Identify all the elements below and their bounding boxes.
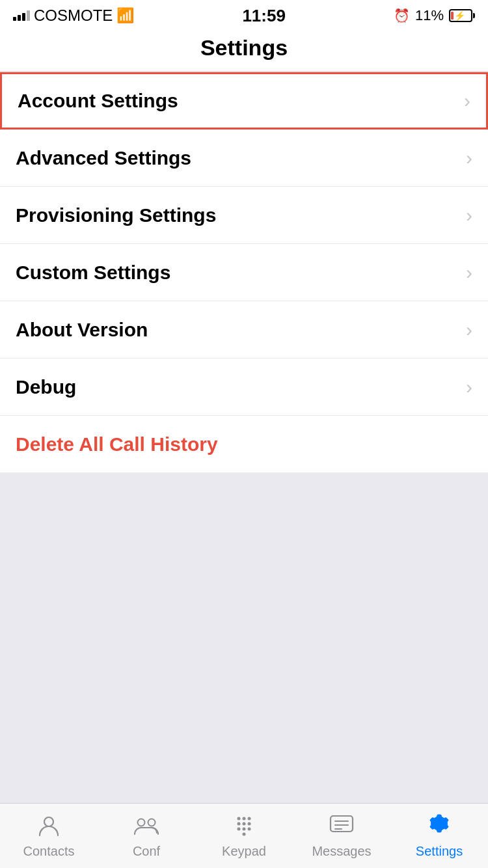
conf-tab-label: Conf	[133, 844, 160, 859]
svg-point-1	[138, 819, 145, 826]
about-version-label: About Version	[16, 319, 148, 341]
svg-point-2	[148, 819, 156, 826]
svg-point-8	[248, 822, 251, 826]
tab-messages[interactable]: Messages	[293, 809, 390, 859]
svg-point-9	[237, 828, 241, 831]
page-title-bar: Settings	[0, 29, 488, 72]
custom-settings-label: Custom Settings	[16, 262, 170, 284]
carrier-label: COSMOTE	[34, 7, 113, 25]
menu-item-debug[interactable]: Debug ›	[0, 359, 488, 416]
conf-icon	[130, 809, 163, 841]
tab-contacts[interactable]: Contacts	[0, 809, 98, 859]
svg-point-5	[248, 817, 251, 821]
alarm-icon: ⏰	[394, 8, 410, 23]
svg-point-6	[237, 822, 241, 826]
menu-item-provisioning-settings[interactable]: Provisioning Settings ›	[0, 187, 488, 244]
gray-background-area	[0, 473, 488, 803]
keypad-icon	[228, 809, 260, 841]
contacts-icon	[33, 809, 65, 841]
signal-bars-icon	[13, 10, 30, 21]
wifi-icon: 📶	[116, 7, 134, 24]
provisioning-settings-label: Provisioning Settings	[16, 204, 216, 226]
settings-icon	[423, 809, 455, 841]
svg-point-3	[237, 817, 241, 821]
status-bar-time: 11:59	[242, 6, 286, 26]
menu-item-about-version[interactable]: About Version ›	[0, 301, 488, 359]
delete-call-history-label: Delete All Call History	[16, 433, 218, 455]
settings-tab-label: Settings	[416, 844, 463, 859]
status-bar: COSMOTE 📶 11:59 ⏰ 11% ⚡	[0, 0, 488, 29]
chevron-icon: ›	[466, 147, 472, 169]
settings-menu: Account Settings › Advanced Settings › P…	[0, 72, 488, 473]
menu-item-advanced-settings[interactable]: Advanced Settings ›	[0, 129, 488, 187]
chevron-icon: ›	[466, 262, 472, 284]
tab-settings[interactable]: Settings	[390, 809, 488, 859]
contacts-tab-label: Contacts	[23, 844, 75, 859]
svg-point-7	[243, 822, 246, 826]
battery-icon: ⚡	[449, 9, 475, 22]
svg-point-11	[248, 828, 251, 831]
messages-tab-label: Messages	[312, 844, 371, 859]
menu-item-custom-settings[interactable]: Custom Settings ›	[0, 244, 488, 301]
tab-keypad[interactable]: Keypad	[195, 809, 293, 859]
chevron-icon: ›	[466, 204, 472, 226]
account-settings-label: Account Settings	[18, 90, 178, 112]
svg-point-4	[243, 817, 246, 821]
svg-point-10	[243, 828, 246, 831]
chevron-icon: ›	[466, 319, 472, 341]
status-bar-right: ⏰ 11% ⚡	[394, 7, 475, 24]
messages-icon	[325, 809, 358, 841]
chevron-icon: ›	[466, 376, 472, 398]
keypad-tab-label: Keypad	[222, 844, 266, 859]
battery-percentage: 11%	[415, 7, 444, 24]
page-title: Settings	[0, 35, 488, 61]
svg-point-17	[436, 822, 442, 828]
menu-item-delete-call-history[interactable]: Delete All Call History	[0, 416, 488, 473]
menu-item-account-settings[interactable]: Account Settings ›	[0, 72, 488, 129]
tab-bar: Contacts Conf	[0, 803, 488, 868]
debug-label: Debug	[16, 376, 76, 398]
advanced-settings-label: Advanced Settings	[16, 147, 191, 169]
tab-conf[interactable]: Conf	[98, 809, 195, 859]
status-bar-left: COSMOTE 📶	[13, 7, 134, 25]
chevron-icon: ›	[464, 90, 470, 112]
svg-point-0	[44, 817, 53, 826]
svg-point-12	[243, 833, 246, 836]
